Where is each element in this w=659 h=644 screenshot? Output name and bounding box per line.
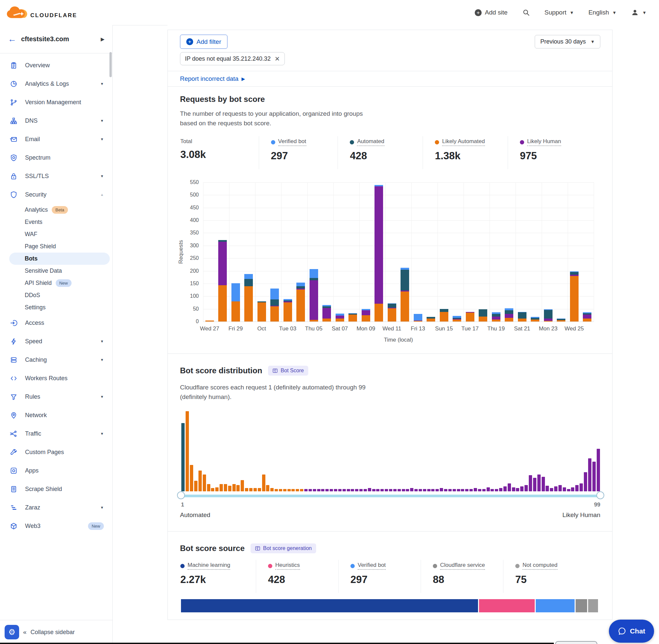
histogram-bar[interactable] [363,489,367,491]
source-segment-not-computed[interactable] [588,599,598,612]
sidebar-item-ddos[interactable]: DDoS [9,289,110,301]
bar-segment-automated[interactable] [557,319,565,320]
bar-segment-likely-human[interactable] [310,280,318,320]
histogram-bar[interactable] [592,462,596,491]
bar-segment-likely-automated[interactable] [518,319,526,322]
histogram-bar[interactable] [215,487,218,491]
histogram-bar[interactable] [448,489,452,491]
stat-label[interactable]: Verified bot [358,562,386,570]
histogram-bar[interactable] [550,488,553,491]
sidebar-item-traffic[interactable]: Traffic▼ [0,424,112,443]
bar-segment-likely-automated[interactable] [218,285,227,322]
stat-label[interactable]: Heuristics [275,562,300,570]
histogram-bar[interactable] [203,475,206,491]
histogram-bar[interactable] [571,487,574,491]
bar-segment-likely-automated[interactable] [323,319,331,322]
language-menu[interactable]: English ▼ [588,9,616,16]
bar-segment-verified-bot[interactable] [297,282,305,286]
slider-handle-min[interactable] [177,491,185,499]
histogram-bar[interactable] [402,489,405,491]
bar-segment-likely-human[interactable] [362,310,370,315]
histogram-bar[interactable] [410,488,414,491]
histogram-bar[interactable] [487,487,490,491]
histogram-bar[interactable] [317,489,321,491]
bar-segment-verified-bot[interactable] [518,312,526,313]
histogram-bar[interactable] [232,484,236,491]
sidebar-item-ssl-tls[interactable]: SSL/TLS▼ [0,167,112,185]
bar-segment-automated[interactable] [440,309,448,312]
chat-button[interactable]: Chat [609,620,654,643]
remove-filter-icon[interactable]: ✕ [275,55,280,63]
histogram-bar[interactable] [597,449,600,491]
bar-segment-likely-automated[interactable] [205,321,214,322]
histogram-bar[interactable] [512,487,515,491]
histogram-bar[interactable] [304,489,308,491]
bar-segment-automated[interactable] [297,286,305,289]
bar-segment-verified-bot[interactable] [505,308,513,310]
bar-segment-automated[interactable] [244,279,253,286]
histogram-bar[interactable] [309,489,312,491]
histogram-bar[interactable] [453,489,456,491]
histogram-bar[interactable] [436,489,439,491]
histogram-bar[interactable] [207,484,210,491]
histogram-bar[interactable] [245,488,248,491]
bar-segment-automated[interactable] [544,310,552,318]
add-filter-button[interactable]: + Add filter [180,34,228,49]
histogram-bar[interactable] [219,484,223,491]
histogram-bar[interactable] [266,485,269,491]
sidebar-item-waf[interactable]: WAF [9,228,110,240]
histogram-bar[interactable] [461,489,464,491]
stat-label[interactable]: Automated [357,138,384,146]
histogram-bar[interactable] [554,486,558,491]
stat-label[interactable]: Likely Automated [442,138,485,146]
histogram-bar[interactable] [415,489,418,491]
bar-segment-likely-automated[interactable] [453,320,461,322]
bar-segment-likely-automated[interactable] [479,317,487,322]
bar-segment-likely-human[interactable] [336,316,344,319]
add-site-button[interactable]: + Add site [475,9,508,16]
bar-segment-likely-automated[interactable] [505,318,513,322]
bar-segment-verified-bot[interactable] [583,312,591,313]
bar-segment-automated[interactable] [270,299,279,305]
bar-segment-likely-human[interactable] [297,289,305,290]
histogram-bar[interactable] [186,411,189,491]
bar-segment-automated[interactable] [323,306,331,308]
bar-segment-likely-automated[interactable] [375,304,383,322]
bar-segment-automated[interactable] [505,310,513,314]
bar-segment-automated[interactable] [531,318,539,320]
histogram-bar[interactable] [478,489,481,491]
bar-segment-likely-human[interactable] [375,186,383,304]
histogram-bar[interactable] [520,486,523,491]
histogram-bar[interactable] [537,475,541,491]
histogram-bar[interactable] [321,489,324,491]
histogram-bar[interactable] [287,489,291,491]
histogram-bar[interactable] [503,486,507,491]
sidebar-item-access[interactable]: Access [0,314,112,332]
histogram-bar[interactable] [444,489,447,491]
histogram-bar[interactable] [508,483,511,491]
filter-chip[interactable]: IP does not equal 35.212.240.32 ✕ [180,52,285,65]
bar-segment-likely-human[interactable] [401,291,409,292]
bot-score-generation-badge[interactable]: Bot score generation [251,544,316,553]
source-segment-cloudflare-service[interactable] [575,599,587,612]
bar-segment-likely-automated[interactable] [362,315,370,322]
support-menu[interactable]: Support ▼ [545,9,574,16]
histogram-bar[interactable] [516,488,519,491]
histogram-bar[interactable] [575,485,579,491]
bar-segment-automated[interactable] [349,314,357,314]
search-icon[interactable] [522,8,530,17]
stat-label[interactable]: Not computed [522,562,558,570]
bar-segment-verified-bot[interactable] [492,312,500,314]
bar-segment-likely-automated[interactable] [257,302,266,322]
bar-segment-automated[interactable] [401,270,409,291]
sidebar-item-network[interactable]: Network [0,406,112,424]
sidebar-item-events[interactable]: Events [9,216,110,228]
bar-segment-verified-bot[interactable] [336,314,344,315]
bar-segment-likely-automated[interactable] [270,306,279,322]
sidebar-item-analytics-logs[interactable]: Analytics & Logs▼ [0,74,112,93]
bar-segment-verified-bot[interactable] [401,268,409,270]
histogram-bar[interactable] [313,489,316,491]
source-segment-machine-learning[interactable] [181,599,478,612]
histogram-bar[interactable] [249,488,253,491]
bar-segment-likely-automated[interactable] [466,313,474,322]
